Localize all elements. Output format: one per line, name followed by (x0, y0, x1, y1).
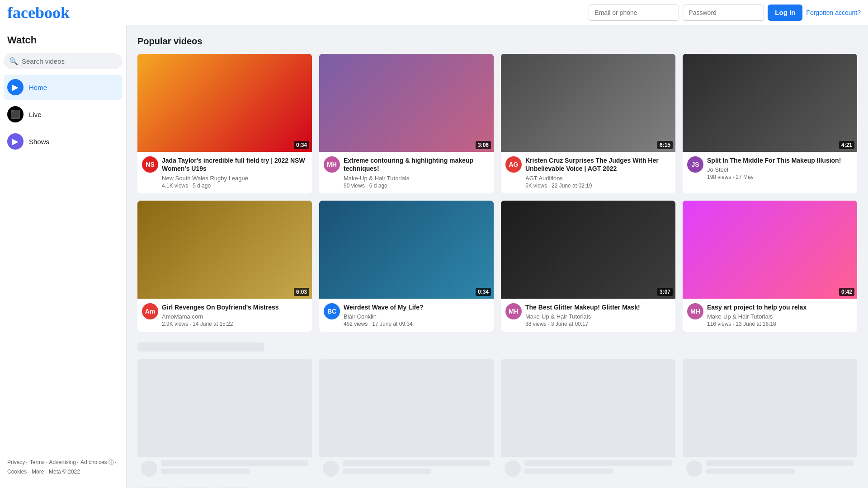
video-channel-v7: Make-Up & Hair Tutorials (525, 313, 671, 320)
footer-advertising-link[interactable]: Advertising (49, 459, 76, 465)
footer-more-link[interactable]: More (32, 469, 44, 475)
skeleton-info (683, 457, 857, 480)
thumbnail-placeholder-v2 (319, 54, 494, 152)
thumbnail-placeholder-v3 (501, 54, 675, 152)
video-title-v6: Weirdest Wave of My Life? (344, 303, 489, 311)
footer-links-2: Cookies· More· Meta © 2022 (7, 467, 119, 477)
video-card-v1[interactable]: 0:34 NS Jada Taylor's incredible full fi… (137, 54, 312, 193)
video-info-v7: MH The Best Glitter Makeup! Glitter Mask… (501, 299, 675, 332)
video-card-v5[interactable]: 6:03 Am Girl Revenges On Boyfriend's Mis… (137, 201, 312, 332)
skeleton-line-2 (343, 469, 431, 474)
skeleton-line-2 (706, 469, 795, 474)
channel-avatar-v1: NS (142, 156, 158, 173)
footer-adchoices-link[interactable]: Ad choices ⓘ (80, 459, 114, 465)
video-title-v1: Jada Taylor's incredible full field try … (162, 156, 307, 173)
video-card-v7[interactable]: 3:07 MH The Best Glitter Makeup! Glitter… (501, 201, 675, 332)
video-meta-v5: Girl Revenges On Boyfriend's Mistress Am… (162, 303, 307, 327)
skeleton-title (137, 343, 264, 352)
main-content: Popular videos 0:34 NS Jada Taylor's inc… (127, 25, 868, 488)
footer-links: Privacy· Terms· Advertising· Ad choices … (7, 458, 119, 468)
video-channel-v1: New South Wales Rugby League (162, 175, 307, 182)
loading-section (137, 343, 857, 488)
video-meta-v1: Jada Taylor's incredible full field try … (162, 156, 307, 188)
skeleton-avatar (323, 460, 339, 477)
skeleton-info (319, 457, 494, 480)
skeleton-text (161, 460, 308, 477)
video-channel-v5: AmoMama.com (162, 313, 307, 320)
skeleton-text (706, 460, 854, 477)
skeleton-line-2 (161, 469, 250, 474)
video-duration-v5: 6:03 (294, 288, 309, 296)
skeleton-thumb (683, 359, 857, 457)
video-title-v7: The Best Glitter Makeup! Glitter Mask! (525, 303, 671, 311)
video-thumbnail-v3: 6:15 (501, 54, 675, 152)
live-icon: ⬛ (7, 106, 24, 122)
skeleton-avatar (141, 460, 157, 477)
video-meta-v3: Kristen Cruz Surprises The Judges With H… (525, 156, 671, 188)
footer-privacy-link[interactable]: Privacy (7, 459, 25, 465)
topbar-right: Log In Forgotten account? (589, 5, 861, 21)
skeleton-info (501, 457, 675, 480)
video-channel-v6: Blair Conklin (344, 313, 489, 320)
channel-avatar-v2: MH (324, 156, 340, 173)
email-input[interactable] (589, 5, 679, 21)
skeleton-thumb (319, 359, 494, 457)
video-stats-v6: 492 views · 17 June at 09:34 (344, 321, 489, 327)
channel-avatar-v8: MH (687, 303, 703, 319)
video-duration-v6: 0:34 (476, 288, 491, 296)
forgotten-account-link[interactable]: Forgotten account? (806, 9, 861, 16)
video-meta-v4: Split In The Middle For This Makeup Illu… (707, 156, 853, 180)
video-info-v5: Am Girl Revenges On Boyfriend's Mistress… (137, 299, 312, 332)
video-thumbnail-v7: 3:07 (501, 201, 675, 299)
skeleton-card (137, 359, 312, 480)
skeleton-thumb (501, 359, 675, 457)
skeleton-avatar (686, 460, 703, 477)
channel-avatar-v3: AG (505, 156, 522, 173)
video-stats-v2: 90 views · 6 d ago (344, 183, 489, 189)
login-button[interactable]: Log In (768, 5, 802, 21)
video-channel-v8: Make-Up & Hair Tutorials (707, 313, 853, 320)
watch-title: Watch (4, 31, 123, 52)
video-title-v8: Easy art project to help you relax (707, 303, 853, 311)
search-box[interactable]: 🔍 (4, 53, 123, 69)
channel-avatar-v6: BC (324, 303, 340, 319)
thumbnail-placeholder-v1 (137, 54, 312, 152)
skeleton-info (137, 457, 312, 480)
video-stats-v3: 5K views · 22 June at 02:19 (525, 183, 671, 189)
footer-copyright: Meta © 2022 (49, 469, 80, 475)
sidebar-live-label: Live (29, 111, 42, 118)
video-card-v3[interactable]: 6:15 AG Kristen Cruz Surprises The Judge… (501, 54, 675, 193)
footer-terms-link[interactable]: Terms (30, 459, 45, 465)
shows-icon: ▶ (7, 133, 24, 150)
video-thumbnail-v8: 0:42 (683, 201, 857, 299)
footer-cookies-link[interactable]: Cookies (7, 469, 27, 475)
video-info-v4: JS Split In The Middle For This Makeup I… (683, 152, 857, 185)
sidebar-home-label: Home (29, 84, 47, 91)
skeleton-line-2 (524, 469, 613, 474)
video-thumbnail-v5: 6:03 (137, 201, 312, 299)
search-input[interactable] (22, 57, 117, 65)
sidebar-item-shows[interactable]: ▶ Shows (4, 129, 123, 154)
video-info-v2: MH Extreme contouring & highlighting mak… (319, 152, 494, 193)
video-info-v6: BC Weirdest Wave of My Life? Blair Conkl… (319, 299, 494, 332)
video-card-v6[interactable]: 0:34 BC Weirdest Wave of My Life? Blair … (319, 201, 494, 332)
video-meta-v7: The Best Glitter Makeup! Glitter Mask! M… (525, 303, 671, 327)
video-meta-v8: Easy art project to help you relax Make-… (707, 303, 853, 327)
video-stats-v4: 198 views · 27 May (707, 174, 853, 180)
video-title-v2: Extreme contouring & highlighting makeup… (344, 156, 489, 173)
video-meta-v6: Weirdest Wave of My Life? Blair Conklin … (344, 303, 489, 327)
video-card-v8[interactable]: 0:42 MH Easy art project to help you rel… (683, 201, 857, 332)
video-card-v4[interactable]: 4:21 JS Split In The Middle For This Mak… (683, 54, 857, 193)
sidebar-item-home[interactable]: ▶ Home (4, 75, 123, 100)
skeleton-text (343, 460, 490, 477)
skeleton-line-1 (343, 460, 490, 466)
sidebar-item-live[interactable]: ⬛ Live (4, 102, 123, 127)
video-title-v3: Kristen Cruz Surprises The Judges With H… (525, 156, 671, 173)
video-card-v2[interactable]: 3:06 MH Extreme contouring & highlightin… (319, 54, 494, 193)
skeleton-card (319, 359, 494, 480)
skeleton-grid (137, 359, 857, 480)
channel-avatar-v7: MH (505, 303, 522, 319)
thumbnail-placeholder-v5 (137, 201, 312, 299)
video-duration-v3: 6:15 (657, 141, 673, 149)
password-input[interactable] (683, 5, 764, 21)
